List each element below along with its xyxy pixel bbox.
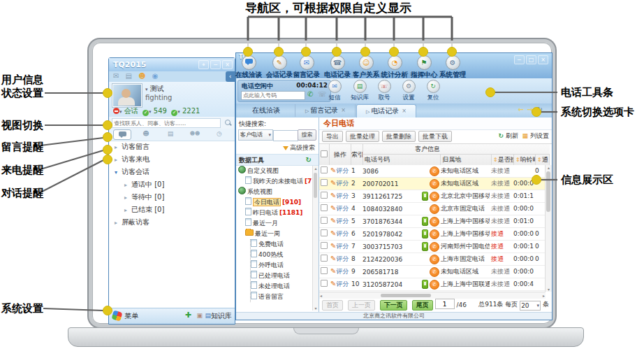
rate-link[interactable]: 评分	[336, 180, 349, 187]
scroll-up-icon[interactable]: ▴	[546, 165, 552, 170]
view-group-icon[interactable]: ☻☻	[186, 129, 203, 138]
column-header-ring[interactable]: ⇕响铃时	[514, 155, 536, 165]
scroll-left-icon[interactable]: ◂	[320, 293, 322, 298]
view-chat-icon[interactable]	[113, 129, 131, 140]
first-page-button[interactable]: 首页	[322, 300, 343, 311]
rate-link[interactable]: 评分	[336, 268, 349, 275]
nav-item-5[interactable]: ☺客户关系	[351, 55, 381, 80]
nav-item-8[interactable]: ⚙系统管理	[437, 55, 468, 80]
pin-button[interactable]: ⌖	[198, 60, 209, 69]
tab-1[interactable]: 在线洽谈	[237, 104, 295, 117]
row-checkbox[interactable]	[321, 179, 328, 186]
search-type-select[interactable]: 客户电话▾	[238, 129, 273, 141]
row-checkbox[interactable]	[321, 242, 328, 249]
tab-3[interactable]: ▷电话记录×	[356, 104, 416, 117]
phone-button-5[interactable]: ↻复位	[419, 80, 447, 102]
scroll-up-icon[interactable]: ▴	[313, 166, 319, 171]
data-tree-item[interactable]: 400热线	[251, 250, 313, 260]
view-contacts-icon[interactable]: ☻	[138, 129, 154, 138]
last-page-button[interactable]: 尾页	[412, 300, 433, 311]
search-button[interactable]: 搜索	[298, 129, 316, 141]
table-row[interactable]: ✎评分73003715703✆河南郑州中国电信接通0:00:120	[319, 241, 552, 253]
visitor-tree-item[interactable]: ▾访客会话	[109, 166, 235, 178]
phone-button-2[interactable]: ▤知识库	[346, 80, 374, 102]
data-tree-item[interactable]: 未处理电话	[251, 281, 313, 292]
data-tree-item[interactable]: 语音留言	[251, 292, 313, 302]
phone-number-input[interactable]	[241, 91, 305, 100]
table-row[interactable]: ✎评分13086✆未知电话区域未接通0	[319, 165, 552, 178]
table-row[interactable]: ✎评分53701876344✆上海上海中国移动未接通0:01:07	[319, 215, 552, 228]
visitor-tree-item[interactable]: ▸访客来电	[109, 153, 235, 166]
column-header-talk[interactable]: ⇕通	[536, 155, 550, 165]
table-row[interactable]: ✎评分65201978042✆上海上海中国移动接通0:00:090	[319, 228, 552, 241]
nav-item-3[interactable]: ✉留言记录	[291, 55, 322, 80]
horizontal-scrollbar[interactable]: ◂ ▸	[319, 292, 546, 299]
column-settings-icon[interactable]: ▦	[522, 132, 529, 139]
sort-icon[interactable]: ⇕	[537, 157, 542, 163]
data-tree-item[interactable]: 免费电话	[251, 239, 313, 250]
visitor-tree-item[interactable]: ▸屏蔽访客	[109, 216, 235, 229]
close-tab-icon[interactable]: ×	[402, 108, 407, 114]
refresh-icon[interactable]: ↻	[306, 155, 312, 165]
data-tree-root[interactable]: 系统视图	[236, 187, 313, 197]
refresh-button[interactable]: 刷新	[506, 132, 518, 139]
table-row[interactable]: ✎评分41084032840✆北京市固定电话未接通0:00:05	[319, 203, 552, 215]
visitor-tree-subitem[interactable]: ▸通话中 [0]	[109, 178, 235, 191]
table-row[interactable]: ✎评分9206581718✆未知电话区域未接通0:00:08	[319, 266, 552, 278]
scroll-down-icon[interactable]: ▾	[546, 287, 552, 292]
app-logo-icon[interactable]	[112, 311, 123, 322]
contact-search-input[interactable]	[112, 118, 221, 128]
page-number-input[interactable]	[435, 299, 455, 309]
row-checkbox[interactable]	[321, 192, 328, 199]
help-icon[interactable]: ◉	[152, 72, 159, 80]
avatar[interactable]	[112, 84, 142, 107]
rate-link[interactable]: 评分	[336, 167, 349, 174]
data-tree-item[interactable]: 今日电话[910]	[236, 197, 313, 208]
table-row[interactable]: ✎评分33911261725✆北京北京中国移动未接通0:01:12	[319, 190, 552, 203]
column-settings-button[interactable]: 列设置	[530, 132, 549, 139]
row-checkbox[interactable]	[321, 280, 328, 287]
row-checkbox[interactable]	[321, 217, 328, 224]
row-checkbox[interactable]	[321, 166, 328, 173]
check-status-icon[interactable]	[142, 110, 149, 116]
sort-icon[interactable]: ⇕	[515, 157, 520, 163]
data-tree-item[interactable]: 昨日电话[1181]	[236, 208, 313, 218]
scrollbar-thumb[interactable]	[546, 171, 550, 212]
rate-link[interactable]: 评分	[336, 243, 349, 250]
visitor-tree-subitem[interactable]: ▸等待中 [0]	[109, 191, 235, 204]
nav-item-2[interactable]: ✎会话记录	[264, 55, 295, 80]
sort-icon[interactable]: ⇕	[493, 157, 498, 163]
row-checkbox[interactable]	[321, 204, 328, 211]
scroll-right-icon[interactable]: ▸	[543, 293, 545, 298]
refresh-tab-icon[interactable]: ↻	[537, 106, 543, 113]
visitor-tree-subitem[interactable]: ▸已结束 [0]	[109, 204, 235, 216]
dial-icon[interactable]: ✆	[307, 90, 313, 98]
rate-link[interactable]: 评分	[336, 255, 349, 262]
close-button[interactable]: ×	[222, 60, 233, 69]
grid-toolbar-button-2[interactable]: 批量处理	[346, 131, 379, 142]
maximize-button[interactable]: □	[526, 55, 536, 64]
vertical-scrollbar[interactable]: ▴ ▾	[545, 165, 552, 292]
status-count-2[interactable]: 2221	[182, 107, 200, 115]
mail-icon[interactable]: ✉	[113, 72, 119, 80]
status-label[interactable]: 会话	[124, 107, 138, 115]
scroll-down-icon[interactable]: ▾	[313, 306, 319, 311]
per-page-select[interactable]: 20▾	[520, 301, 541, 311]
phone-button-4[interactable]: ⚙设置	[395, 80, 423, 102]
prev-page-button[interactable]: 上一页	[348, 300, 375, 311]
tab-2[interactable]: ▷留言记录×	[296, 104, 356, 117]
minimize-button[interactable]: −	[210, 60, 221, 69]
nav-item-4[interactable]: ☎电话记录	[322, 55, 353, 80]
grid-toolbar-button-1[interactable]: 导出	[322, 131, 343, 142]
refresh-icon[interactable]: ↻	[498, 132, 504, 139]
table-row[interactable]: ✎评分103120587204✆上海上海中国联通未接通0:00:48	[319, 278, 552, 291]
message-icon[interactable]: ▣	[196, 312, 203, 319]
rate-link[interactable]: 评分	[336, 280, 349, 287]
next-page-button[interactable]: 下一页	[380, 300, 407, 311]
data-tree-item[interactable]: 外呼电话	[251, 260, 313, 271]
row-checkbox[interactable]	[321, 229, 328, 236]
close-tab-icon[interactable]: ×	[341, 107, 346, 113]
view-card-icon[interactable]: ▤	[162, 129, 179, 138]
sidebar-scrollbar[interactable]: ▴ ▾	[312, 166, 319, 311]
scrollbar-thumb[interactable]	[381, 294, 431, 297]
